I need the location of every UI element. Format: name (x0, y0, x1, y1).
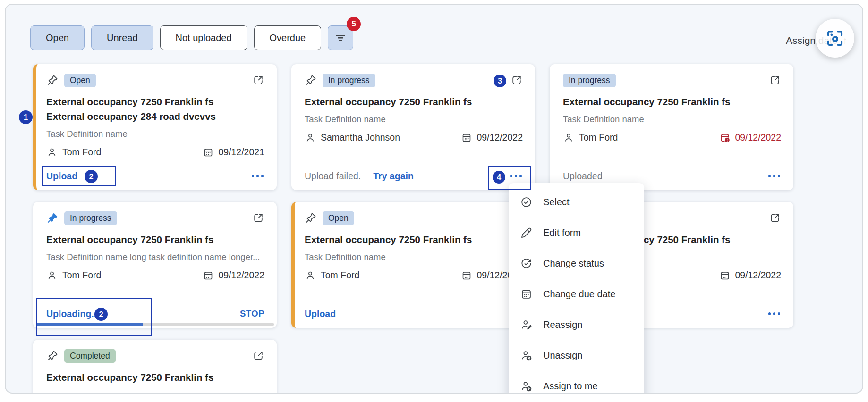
select-icon (520, 196, 533, 209)
annotation-step-4: 4 (493, 171, 505, 184)
open-external-icon[interactable] (252, 212, 264, 224)
annotation-step-3: 3 (494, 75, 506, 87)
task-card[interactable]: Completed External occupancy 7250 Frankl… (33, 340, 277, 394)
calendar-icon (719, 270, 731, 281)
filter-button-open[interactable]: Open (30, 25, 85, 50)
due-date: 09/12/2021 (218, 147, 264, 158)
menu-item-reassign[interactable]: Reassign (509, 310, 644, 340)
due-date-overdue: 09/12/2022 (735, 132, 781, 143)
menu-item-edit-form[interactable]: Edit form (509, 218, 644, 248)
uploading-link: Uploading... (46, 309, 99, 319)
pin-filled-icon[interactable] (46, 212, 59, 224)
annotation-step-1: 1 (19, 110, 33, 124)
menu-item-select[interactable]: Select (509, 187, 644, 218)
status-badge: In progress (323, 74, 375, 87)
task-card[interactable]: Open External occupancy 7250 Franklin fs… (291, 202, 535, 328)
due-date: 09/12/2022 (735, 270, 781, 281)
assignee: Tom Ford (579, 132, 618, 143)
card-title: External occupancy 7250 Franklin fs (46, 370, 264, 385)
annotation-step-2-uploading: 2 (94, 308, 108, 321)
screen-capture-icon (824, 27, 846, 49)
task-definition: Task Definition name (563, 114, 781, 125)
status-badge: Completed (64, 349, 116, 363)
upload-progress-fill (36, 323, 143, 326)
pin-icon[interactable] (305, 212, 317, 224)
person-icon (305, 132, 316, 143)
task-definition: Task Definition name long task definitio… (46, 252, 264, 263)
task-card[interactable]: In progress External occupancy 7250 Fran… (550, 64, 793, 190)
task-definition: Task Definition name (46, 129, 264, 140)
status-badge: In progress (64, 211, 117, 225)
open-external-icon[interactable] (511, 74, 523, 86)
assignee: Tom Ford (62, 270, 101, 281)
screen-capture-button[interactable] (816, 19, 854, 58)
task-definition: Task Definition name (305, 114, 523, 125)
open-external-icon[interactable] (769, 74, 781, 86)
menu-item-unassign[interactable]: Unassign (509, 340, 644, 371)
status-badge: Open (323, 211, 354, 225)
more-options-button[interactable] (767, 172, 782, 180)
task-definition: Task Definition name (305, 252, 523, 263)
calendar-icon (461, 270, 472, 281)
card-context-menu: Select Edit form Change status Change du… (509, 183, 644, 394)
assignee: Samantha Johnson (321, 132, 400, 143)
card-title: External occupancy 7250 Franklin fs (305, 233, 523, 247)
annotation-step-2: 2 (85, 170, 98, 183)
card-title: External occupancy 7250 Franklin fs (563, 95, 781, 109)
task-card-grid: Open External occupancy 7250 Franklin fs… (33, 64, 793, 394)
filter-button-unread[interactable]: Unread (91, 25, 153, 50)
card-title: External occupancy 7250 Franklin fs (46, 233, 264, 247)
upload-link[interactable]: Upload (305, 309, 336, 319)
filter-button-overdue[interactable]: Overdue (254, 25, 322, 50)
menu-item-change-due-date[interactable]: Change due date (509, 279, 644, 310)
filter-bar: Open Unread Not uploaded Overdue 5 (30, 25, 353, 50)
task-card[interactable]: Open External occupancy 7250 Franklin fs… (33, 64, 277, 190)
assignee: Tom Ford (62, 147, 101, 158)
more-options-button[interactable] (767, 310, 782, 318)
filter-count-badge: 5 (347, 17, 361, 31)
reassign-icon (520, 318, 533, 331)
more-options-button[interactable] (509, 172, 523, 180)
stop-upload-button[interactable]: STOP (240, 309, 264, 319)
person-icon (46, 270, 58, 281)
main-panel: Open Unread Not uploaded Overdue 5 Assig… (5, 4, 863, 394)
edit-icon (520, 226, 533, 239)
person-icon (305, 270, 316, 281)
change-status-icon (520, 257, 533, 270)
change-due-date-icon (520, 288, 533, 301)
unassign-icon (520, 349, 533, 362)
upload-progress-bar (36, 323, 274, 326)
person-icon (563, 132, 574, 143)
filter-icon (333, 31, 348, 45)
more-options-button[interactable] (251, 172, 265, 180)
assignee: Tom Ford (321, 270, 359, 281)
try-again-link[interactable]: Try again (373, 171, 414, 182)
filter-button-not-uploaded[interactable]: Not uploaded (160, 25, 247, 50)
calendar-overdue-icon (719, 132, 731, 143)
due-date: 09/12/2022 (218, 270, 264, 281)
card-title: External occupancy 7250 Franklin fs Exte… (46, 95, 264, 124)
task-card[interactable]: In progress External occupancy 7250 Fran… (33, 202, 277, 328)
open-external-icon[interactable] (769, 212, 781, 224)
upload-link[interactable]: Upload (46, 171, 77, 182)
status-badge: Open (64, 74, 96, 87)
person-icon (46, 147, 58, 158)
upload-status: Uploaded (563, 171, 602, 182)
pin-icon[interactable] (305, 74, 317, 86)
open-external-icon[interactable] (252, 350, 264, 362)
assign-to-me-icon (520, 380, 533, 393)
card-title: External occupancy 7250 Franklin fs (305, 95, 523, 109)
menu-item-change-status[interactable]: Change status (509, 248, 644, 279)
status-badge: In progress (563, 74, 616, 87)
filters-button[interactable]: 5 (328, 25, 353, 50)
pin-icon[interactable] (46, 350, 59, 362)
upload-status: Upload failed. (305, 171, 361, 182)
open-external-icon[interactable] (252, 74, 264, 86)
calendar-icon (203, 147, 214, 158)
menu-item-assign-to-me[interactable]: Assign to me (509, 371, 644, 394)
calendar-icon (461, 132, 472, 143)
calendar-icon (203, 270, 214, 281)
due-date: 09/12/2022 (477, 132, 523, 143)
pin-icon[interactable] (46, 74, 59, 86)
